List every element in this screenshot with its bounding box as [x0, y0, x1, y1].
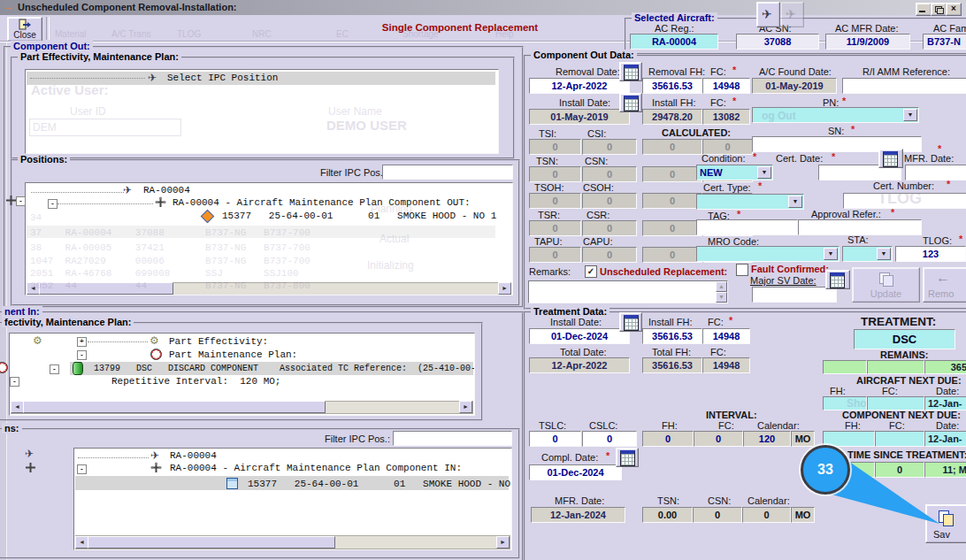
tree-connector — [88, 341, 148, 342]
tag-input[interactable] — [696, 219, 798, 235]
restore-button[interactable] — [931, 3, 947, 16]
ccn-date-label: Date: — [936, 420, 959, 431]
mro-code-dropdown[interactable]: ▼ — [696, 246, 840, 262]
airplane-icon: ✈ — [123, 184, 132, 196]
cert-date-calendar-button[interactable] — [878, 149, 903, 168]
tslc-field[interactable]: 0 — [529, 431, 581, 447]
scroll-left-button[interactable]: ◄ — [11, 401, 24, 413]
tree-expander[interactable]: - — [16, 196, 26, 206]
total-fh-label: Total FH: — [652, 347, 691, 357]
capu-label: CAPU: — [583, 236, 613, 247]
install-date-calendar-button[interactable] — [619, 93, 642, 112]
major-sv-date-input[interactable] — [752, 287, 837, 303]
tree-node-interval[interactable]: Repetitive Interval: 120 MO; — [111, 376, 280, 387]
removal-date-calendar-button[interactable] — [619, 62, 642, 81]
ghost-toolbar-help: Help — [495, 29, 514, 39]
scroll-up-button[interactable]: ▲ — [716, 281, 727, 292]
tree-expander[interactable]: - — [50, 364, 59, 374]
sta-dropdown[interactable]: ▼ — [842, 246, 893, 262]
chevron-down-icon[interactable]: ▼ — [877, 248, 891, 260]
chevron-down-icon[interactable]: ▼ — [788, 196, 802, 208]
tree-node-plan-in[interactable]: RA-00004 - Aircraft Maintenance Plan Com… — [170, 463, 462, 473]
tr-install-calendar-button[interactable] — [619, 312, 642, 332]
ghost-button: Actual — [380, 233, 409, 245]
ac-reg-label: AC Reg.: — [655, 23, 694, 34]
tr-install-fc-label: FC: — [708, 317, 724, 327]
remove-button[interactable]: ← Remo — [923, 267, 966, 303]
hscrollbar-thumb[interactable] — [88, 536, 335, 548]
hscrollbar-thumb[interactable] — [23, 401, 326, 413]
positions-in-tree[interactable]: ✈ RA-00004 - RA-00004 - Aircraft Mainten… — [73, 448, 512, 550]
tree-node-discard[interactable]: 13799 DSC DISCARD COMPONENT Associated T… — [94, 364, 475, 373]
tsi-field: 0 — [529, 139, 581, 155]
ac-mfr-field: 11/9/2009 — [825, 34, 910, 50]
tree-expander[interactable]: + — [77, 337, 87, 347]
part-effectivity-tree[interactable]: ✈ Select IPC Position Active User: User … — [25, 69, 499, 154]
tree-expander[interactable]: - — [77, 464, 87, 474]
scroll-left-button[interactable]: ◄ — [75, 536, 88, 548]
tree-node-part-plan[interactable]: Part Maintenance Plan: — [169, 349, 297, 360]
chevron-down-icon[interactable]: ▼ — [824, 248, 838, 260]
tree-node-part-effectivity[interactable]: Part Effectivity: — [169, 336, 268, 347]
aircraft-select-button[interactable]: ✈ — [756, 2, 780, 27]
compl-date-calendar-button[interactable] — [616, 448, 639, 467]
major-sv-calendar-button[interactable] — [825, 270, 850, 289]
tr-install-fc-field[interactable]: 14948 — [702, 328, 750, 344]
scroll-right-button[interactable]: ► — [496, 536, 510, 548]
scroll-right-button[interactable]: ► — [498, 282, 511, 295]
tree-node-select-ipc[interactable]: Select IPC Position — [167, 73, 278, 83]
chevron-down-icon[interactable]: ▼ — [757, 166, 771, 179]
part-effectivity-in-tree[interactable]: ⚙ + ⚙ Part Effectivity: - Part Maintenan… — [9, 333, 475, 416]
tree-expander[interactable]: - — [10, 377, 19, 387]
required-marker: * — [737, 209, 740, 219]
removal-fh-field[interactable]: 35616.53 — [642, 78, 702, 94]
scroll-right-button[interactable]: ► — [459, 401, 472, 413]
close-window-button[interactable]: × — [946, 3, 962, 16]
cert-number-input[interactable]: TLOG — [843, 193, 966, 209]
ghost-toolbar-shortage: Shortage — [402, 29, 439, 39]
compl-date-field[interactable]: 01-Dec-2024 — [529, 464, 622, 480]
cert-type-dropdown[interactable]: ▼ — [696, 194, 804, 210]
tr-install-fh-field[interactable]: 35616.53 — [642, 328, 702, 344]
close-button[interactable]: Close — [7, 17, 42, 42]
remarks-textarea[interactable]: ▲ ▼ — [528, 280, 728, 303]
annotation-number: 33 — [817, 462, 833, 478]
tree-node-aircraft[interactable]: RA-00004 — [143, 185, 190, 196]
int-cal-label: Calendar: — [757, 420, 800, 431]
required-marker: * — [758, 180, 762, 191]
positions-in-title: ns: — [2, 423, 22, 433]
close-window-icon: × — [951, 4, 956, 13]
pn-dropdown[interactable]: og Out ▼ — [752, 107, 919, 123]
removal-date-field[interactable]: 12-Apr-2022 — [529, 78, 630, 94]
tlog-field[interactable]: 123 — [895, 246, 966, 262]
chevron-down-icon[interactable]: ▼ — [903, 109, 917, 121]
tree-node-smoke-hood[interactable]: 15377 25-64-00-01 01 SMOKE HOOD - NO 1 — [222, 211, 496, 221]
ac-reg-field[interactable]: RA-00004 — [630, 34, 718, 50]
ghost-shortage: Shorta — [847, 397, 867, 410]
tree-expander[interactable]: - — [48, 199, 58, 209]
tree-expander[interactable]: - — [77, 350, 87, 360]
ri-amm-input[interactable] — [842, 78, 966, 94]
tree-node-plan-out[interactable]: RA-00004 - Aircraft Maintenance Plan Com… — [172, 197, 471, 208]
tree-node-smoke-hood-in[interactable]: 15377 25-64-00-01 01 SMOKE HOOD - NO 1 — [248, 479, 512, 489]
mfr-date-input[interactable] — [905, 165, 966, 180]
update-button[interactable]: Update — [852, 267, 920, 303]
scroll-down-button[interactable]: ▼ — [716, 292, 727, 303]
fault-confirmed-checkbox[interactable] — [736, 264, 748, 276]
calc-tsn-field: 0 — [642, 166, 702, 182]
tr-install-date-field[interactable]: 01-Dec-2024 — [529, 328, 630, 344]
cslc-field[interactable]: 0 — [582, 431, 637, 447]
gears-icon: ⚙ — [33, 334, 42, 347]
approval-input[interactable] — [798, 219, 922, 235]
filter-ipc-in-input[interactable] — [393, 431, 512, 446]
tree-node-aircraft-in[interactable]: RA-00004 — [170, 450, 217, 461]
unscheduled-checkbox[interactable]: ✓ — [585, 265, 597, 278]
ghost-row: 1047 RA27029 00006 B737-NG B737-700 — [30, 256, 310, 266]
condition-dropdown[interactable]: NEW ▼ — [696, 165, 773, 180]
minimize-button[interactable] — [916, 3, 932, 16]
removal-fc-field[interactable]: 14948 — [702, 78, 750, 94]
positions-out-tree[interactable]: ✈ RA-00004 - RA-00004 - Aircraft Mainten… — [25, 182, 513, 295]
filter-ipc-input[interactable] — [382, 165, 513, 180]
tsn-field: 0 — [529, 166, 581, 182]
aircraft-save-button[interactable]: ✈ — [780, 2, 804, 27]
